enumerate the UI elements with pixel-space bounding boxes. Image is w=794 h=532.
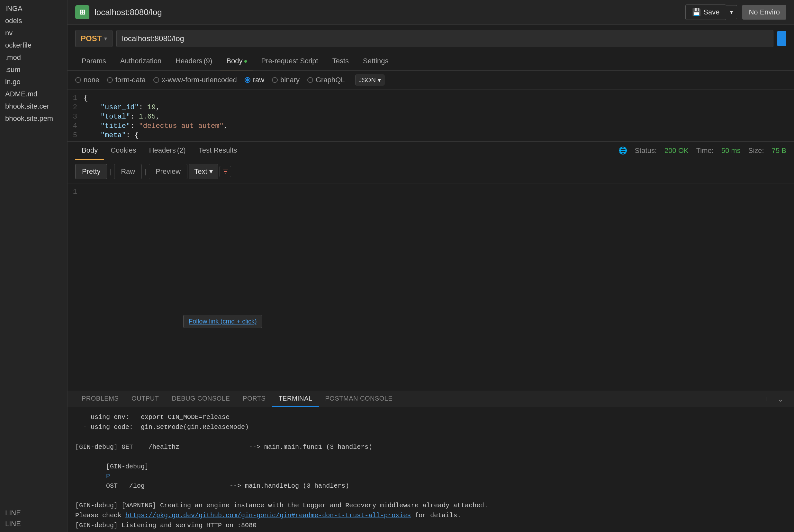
tab-settings[interactable]: Settings xyxy=(356,52,395,70)
sidebar: INGA odels nv ockerfile .mod .sum in.go … xyxy=(0,0,68,532)
body-option-raw[interactable]: raw xyxy=(245,76,264,84)
body-options-row: none form-data x-www-form-urlencoded raw… xyxy=(68,71,794,90)
tab-pre-request[interactable]: Pre-request Script xyxy=(255,52,324,70)
bottom-tab-ports[interactable]: PORTS xyxy=(236,391,272,407)
collapse-terminal-button[interactable]: ⌄ xyxy=(775,393,786,405)
no-env-button[interactable]: No Enviro xyxy=(742,5,786,20)
time-label: Time: xyxy=(696,147,714,155)
resp-text-dropdown[interactable]: Text ▾ xyxy=(189,164,218,179)
main-content: ⊞ localhost:8080/log 💾 Save ▾ No Enviro … xyxy=(68,0,794,532)
resp-tab-body[interactable]: Body xyxy=(75,142,104,160)
tab-authorization[interactable]: Authorization xyxy=(114,52,168,70)
json-dropdown-icon: ▾ xyxy=(378,76,381,84)
bottom-tab-output[interactable]: OUTPUT xyxy=(125,391,165,407)
terminal-line-0: - using env: export GIN_MODE=release xyxy=(75,413,786,422)
code-line-3: 3 "total": 1.65, xyxy=(68,112,794,121)
filter-icon[interactable] xyxy=(220,166,231,177)
globe-icon: 🌐 xyxy=(618,147,627,155)
app-icon-symbol: ⊞ xyxy=(79,8,85,16)
code-line-5: 5 "meta": { xyxy=(68,131,794,140)
body-option-binary[interactable]: binary xyxy=(272,76,300,84)
radio-raw[interactable] xyxy=(245,77,251,83)
terminal-content[interactable]: - using env: export GIN_MODE=release - u… xyxy=(68,407,794,532)
body-option-urlencoded-label: x-www-form-urlencoded xyxy=(162,76,237,84)
status-label: Status: xyxy=(635,147,657,155)
tab-tests[interactable]: Tests xyxy=(326,52,355,70)
request-tabs-row: Params Authorization Headers(9) Body Pre… xyxy=(68,52,794,71)
bottom-tab-terminal[interactable]: TERMINAL xyxy=(272,391,318,407)
body-option-graphql-label: GraphQL xyxy=(316,76,345,84)
bottom-tab-debug[interactable]: DEBUG CONSOLE xyxy=(165,391,236,407)
bottom-tab-postman-console[interactable]: POSTMAN CONSOLE xyxy=(319,391,399,407)
time-value: 50 ms xyxy=(721,147,741,155)
sidebar-item-mod[interactable]: .mod xyxy=(0,51,67,63)
bottom-tabs-actions: + ⌄ xyxy=(761,393,786,405)
radio-graphql[interactable] xyxy=(307,77,313,83)
body-option-form-data[interactable]: form-data xyxy=(107,76,146,84)
tab-params[interactable]: Params xyxy=(75,52,112,70)
resp-tab-headers[interactable]: Headers(2) xyxy=(143,142,192,160)
response-body-content[interactable]: 1 xyxy=(68,184,794,391)
radio-form-data[interactable] xyxy=(107,77,113,83)
request-section: POST ▾ Params Authorization Headers(9) B… xyxy=(68,25,794,141)
body-option-urlencoded[interactable]: x-www-form-urlencoded xyxy=(153,76,237,84)
status-value: 200 OK xyxy=(664,147,688,155)
body-option-binary-label: binary xyxy=(280,76,300,84)
code-line-1: 1 { xyxy=(68,94,794,103)
sidebar-item-models[interactable]: odels xyxy=(0,15,67,27)
save-dropdown-button[interactable]: ▾ xyxy=(726,5,737,19)
resp-pretty-button[interactable]: Pretty xyxy=(75,164,107,179)
body-option-graphql[interactable]: GraphQL xyxy=(307,76,345,84)
request-body-editor[interactable]: 1 { 2 "user_id": 19, 3 "total": 1.65, 4 … xyxy=(68,90,794,141)
size-label: Size: xyxy=(749,147,764,155)
resp-raw-button[interactable]: Raw xyxy=(114,164,142,179)
radio-none[interactable] xyxy=(75,77,81,83)
bottom-tab-problems[interactable]: PROBLEMS xyxy=(75,391,125,407)
sidebar-item-dockerfile[interactable]: ockerfile xyxy=(0,39,67,51)
terminal-line-2 xyxy=(75,432,786,442)
terminal-line-3: [GIN-debug] GET /healthz --> main.main.f… xyxy=(75,442,786,452)
terminal-line-5: [GIN-debug] [WARNING] Creating an engine… xyxy=(75,501,786,511)
save-label: Save xyxy=(703,8,719,16)
save-button[interactable]: 💾 Save xyxy=(685,4,726,20)
method-url-row: POST ▾ xyxy=(68,25,794,52)
terminal-follow-link-trigger[interactable]: P xyxy=(106,473,110,480)
code-line-4: 4 "title": "delectus aut autem", xyxy=(68,121,794,131)
sidebar-bottom-line2: LINE xyxy=(5,518,62,529)
response-status: 🌐 Status: 200 OK Time: 50 ms Size: 75 B xyxy=(618,147,786,155)
sidebar-item-pem[interactable]: bhook.site.pem xyxy=(0,112,67,125)
body-option-none[interactable]: none xyxy=(75,76,99,84)
sidebar-item-inga[interactable]: INGA xyxy=(0,3,67,15)
sidebar-bottom-line1: LINE xyxy=(5,508,62,518)
resp-preview-button[interactable]: Preview xyxy=(149,164,187,179)
code-line-2: 2 "user_id": 19, xyxy=(68,103,794,112)
sidebar-item-cer[interactable]: bhook.site.cer xyxy=(0,100,67,112)
json-type-select[interactable]: JSON ▾ xyxy=(355,75,385,86)
send-button[interactable] xyxy=(777,31,786,46)
body-option-none-label: none xyxy=(84,76,99,84)
terminal-line-4: [GIN-debug] P OST /log --> main.handleLo… xyxy=(75,452,786,500)
terminal-link[interactable]: https://pkg.go.dev/github.com/gin-gonic/… xyxy=(125,512,411,519)
response-options-row: Pretty | Raw | Preview Text ▾ xyxy=(68,160,794,184)
radio-binary[interactable] xyxy=(272,77,278,83)
url-bar: ⊞ localhost:8080/log 💾 Save ▾ No Enviro xyxy=(68,0,794,25)
method-dropdown-arrow: ▾ xyxy=(104,35,107,42)
url-input[interactable] xyxy=(116,30,773,47)
bottom-panel: PROBLEMS OUTPUT DEBUG CONSOLE PORTS TERM… xyxy=(68,391,794,532)
tab-body[interactable]: Body xyxy=(220,52,253,70)
bottom-tabs-row: PROBLEMS OUTPUT DEBUG CONSOLE PORTS TERM… xyxy=(68,391,794,407)
radio-urlencoded[interactable] xyxy=(153,77,159,83)
tab-headers[interactable]: Headers(9) xyxy=(169,52,219,70)
sidebar-item-sum[interactable]: .sum xyxy=(0,63,67,76)
sidebar-item-env[interactable]: nv xyxy=(0,27,67,39)
resp-tab-cookies[interactable]: Cookies xyxy=(104,142,143,160)
save-icon: 💾 xyxy=(692,8,701,16)
url-display: localhost:8080/log xyxy=(94,7,680,17)
resp-text-label: Text xyxy=(194,167,207,176)
method-select[interactable]: POST ▾ xyxy=(75,30,112,47)
sidebar-item-readme[interactable]: ADME.md xyxy=(0,88,67,100)
body-option-form-data-label: form-data xyxy=(115,76,146,84)
resp-tab-test-results[interactable]: Test Results xyxy=(192,142,244,160)
sidebar-item-main-go[interactable]: in.go xyxy=(0,76,67,88)
add-terminal-button[interactable]: + xyxy=(761,393,771,405)
